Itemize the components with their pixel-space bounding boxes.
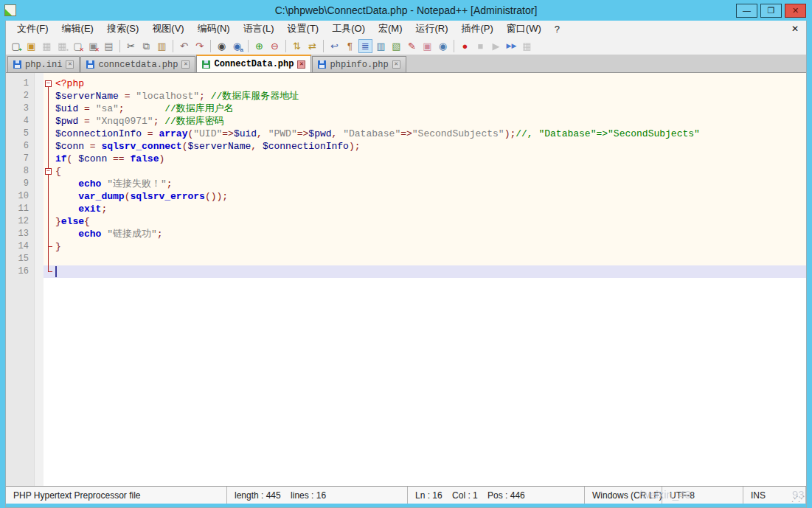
new-file-icon[interactable]: ▢+ — [9, 39, 23, 53]
save-all-icon[interactable]: ▦▪ — [55, 39, 69, 53]
bookmark-margin[interactable] — [34, 73, 44, 486]
menu-item-8[interactable]: 宏(M) — [372, 21, 409, 37]
code-line-9[interactable]: echo "连接失败！"; — [44, 178, 806, 190]
tab-label: conncetdata.php — [98, 60, 178, 70]
monitoring-eye-icon[interactable]: ◉ — [436, 39, 450, 53]
word-wrap-icon[interactable]: ↩ — [327, 39, 341, 53]
window-title: C:\phpweb\ConnectData.php - Notepad++ [A… — [0, 4, 812, 16]
line-number: 16 — [6, 265, 34, 278]
open-file-icon[interactable]: ▣ — [24, 39, 38, 53]
editor[interactable]: 12345678910111213141516 −<?php$serverNam… — [6, 72, 806, 486]
line-number-gutter: 12345678910111213141516 — [6, 73, 34, 486]
redo-icon[interactable]: ↷ — [192, 39, 207, 53]
line-number: 1 — [6, 77, 34, 90]
status-length-lines: length : 445 lines : 16 — [227, 487, 408, 504]
macro-record-icon[interactable]: ● — [458, 39, 472, 53]
tab-close-icon[interactable]: ✕ — [392, 60, 400, 69]
macro-play-icon[interactable]: ▶ — [489, 39, 503, 53]
status-doc-type: PHP Hypertext Preprocessor file — [6, 487, 227, 504]
code-line-13[interactable]: echo "链接成功"; — [44, 228, 806, 240]
toolbar-separator — [248, 40, 249, 52]
tab-ConnectData-php[interactable]: ConnectData.php✕ — [196, 55, 311, 72]
macro-stop-icon[interactable]: ■ — [473, 39, 487, 53]
sync-horizontal-scroll-icon[interactable]: ⇄ — [305, 39, 319, 53]
fold-collapse-icon[interactable]: − — [44, 165, 54, 178]
print-icon[interactable]: ▤ — [102, 39, 116, 53]
menu-item-10[interactable]: 插件(P) — [455, 21, 500, 37]
menu-item-3[interactable]: 视图(V) — [145, 21, 190, 37]
status-caret-position: Ln : 16 Col : 1 Pos : 446 — [408, 487, 585, 504]
menu-item-6[interactable]: 设置(T) — [281, 21, 326, 37]
tab-conncetdata-php[interactable]: conncetdata.php✕ — [80, 56, 195, 72]
code-line-14[interactable]: } — [44, 240, 806, 253]
code-line-2[interactable]: $serverName = "localhost"; //数据库服务器地址 — [44, 90, 806, 102]
menu-item-12[interactable]: ? — [548, 22, 566, 36]
replace-icon[interactable]: ◉a — [230, 39, 244, 53]
close-button[interactable]: ✕ — [785, 4, 806, 18]
macro-run-multiple-icon[interactable]: ▶▶ — [504, 39, 518, 53]
function-list-icon[interactable]: ▧ — [389, 39, 403, 53]
menu-item-5[interactable]: 语言(L) — [237, 21, 281, 37]
code-line-15[interactable] — [44, 253, 806, 265]
code-line-4[interactable]: $pwd = "Xnqq0971"; //数据库密码 — [44, 115, 806, 128]
macro-save-icon[interactable]: ▦ — [520, 39, 534, 53]
menu-item-9[interactable]: 运行(R) — [409, 21, 454, 37]
minimize-button[interactable]: — — [736, 4, 757, 18]
status-bar: PHP Hypertext Preprocessor file length :… — [6, 486, 806, 504]
resize-grip[interactable]: ⋰⋰ — [791, 495, 805, 503]
fold-guide — [44, 128, 54, 140]
tab-close-icon[interactable]: ✕ — [181, 60, 190, 69]
save-icon[interactable]: ▦ — [40, 39, 54, 53]
code-line-12[interactable]: }else{ — [44, 215, 806, 228]
line-number: 14 — [6, 240, 34, 253]
code-line-10[interactable]: var_dump(sqlsrv_errors()); — [44, 190, 806, 203]
close-file-icon[interactable]: ▢✕ — [71, 39, 85, 53]
menu-item-0[interactable]: 文件(F) — [10, 21, 55, 37]
toolbar-separator — [454, 40, 454, 52]
zoom-in-icon[interactable]: ⊕ — [252, 39, 266, 53]
code-line-1[interactable]: −<?php — [44, 77, 806, 90]
sync-vertical-scroll-icon[interactable]: ⇅ — [290, 39, 304, 53]
maximize-button[interactable]: ❐ — [760, 4, 782, 18]
tab-bar: php.ini✕conncetdata.php✕ConnectData.php✕… — [6, 55, 806, 72]
code-line-5[interactable]: $connectionInfo = array("UID"=>$uid, "PW… — [44, 128, 806, 140]
fold-guide — [44, 265, 54, 278]
menu-item-2[interactable]: 搜索(S) — [100, 21, 145, 37]
fold-guide — [44, 90, 54, 102]
menu-close-icon[interactable]: ✕ — [791, 24, 799, 34]
cut-icon[interactable]: ✂ — [124, 39, 138, 53]
find-icon[interactable]: ◉ — [215, 39, 229, 53]
tab-php-ini[interactable]: php.ini✕ — [7, 56, 80, 72]
show-all-chars-icon[interactable]: ¶ — [343, 39, 357, 53]
close-all-icon[interactable]: ▣✕ — [86, 39, 100, 53]
title-bar[interactable]: C:\phpweb\ConnectData.php - Notepad++ [A… — [0, 0, 812, 21]
code-line-6[interactable]: $conn = sqlsrv_connect($serverName, $con… — [44, 140, 806, 153]
status-encoding[interactable]: UTF-8 — [662, 487, 743, 504]
doc-map-icon[interactable]: ▥ — [374, 39, 388, 53]
code-area[interactable]: −<?php$serverName = "localhost"; //数据库服务… — [44, 73, 806, 486]
folder-workspace-icon[interactable]: ▣ — [420, 39, 434, 53]
undo-icon[interactable]: ↶ — [177, 39, 191, 53]
code-line-7[interactable]: if( $conn == false) — [44, 153, 806, 165]
tab-close-icon[interactable]: ✕ — [297, 60, 305, 69]
code-line-16[interactable] — [44, 265, 806, 278]
status-eol-format[interactable]: Windows (CR LF) — [585, 487, 662, 504]
tab-phpinfo-php[interactable]: phpinfo.php✕ — [312, 56, 406, 72]
code-line-8[interactable]: −{ — [44, 165, 806, 178]
tab-close-icon[interactable]: ✕ — [66, 60, 74, 69]
menu-item-7[interactable]: 工具(O) — [325, 21, 372, 37]
menu-item-11[interactable]: 窗口(W) — [500, 21, 548, 37]
code-line-11[interactable]: exit; — [44, 203, 806, 215]
indent-guide-icon[interactable]: ≣ — [358, 39, 372, 53]
tab-label: phpinfo.php — [330, 60, 388, 70]
edit-pencil-icon[interactable]: ✎ — [405, 39, 419, 53]
zoom-out-icon[interactable]: ⊖ — [268, 39, 282, 53]
menu-item-1[interactable]: 编辑(E) — [55, 21, 100, 37]
menu-item-4[interactable]: 编码(N) — [191, 21, 237, 37]
paste-icon[interactable]: ▥ — [155, 39, 169, 53]
code-line-3[interactable]: $uid = "sa"; //数据库用户名 — [44, 102, 806, 115]
fold-collapse-icon[interactable]: − — [44, 77, 54, 90]
text-cursor — [55, 266, 57, 277]
tab-label: ConnectData.php — [214, 59, 294, 69]
copy-icon[interactable]: ⧉ — [139, 39, 153, 53]
